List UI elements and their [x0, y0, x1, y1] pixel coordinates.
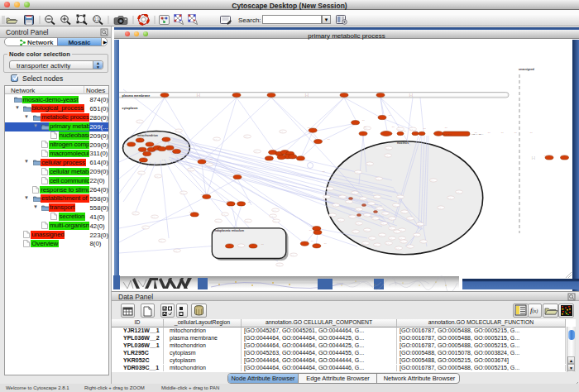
svg-text:[..]: [..] — [392, 126, 395, 127]
svg-text:cytoplasm: cytoplasm — [122, 107, 138, 110]
svg-text:mitochondrion: mitochondrion — [137, 134, 158, 137]
svg-text:[...]: [...] — [409, 93, 413, 97]
svg-text:[...]: [...] — [143, 227, 146, 228]
svg-text:[...]: [...] — [401, 241, 404, 242]
svg-text:[..]: [..] — [189, 211, 192, 213]
svg-text:[..]: [..] — [544, 155, 547, 156]
svg-text:[..]: [..] — [324, 242, 327, 244]
svg-text:[...]: [...] — [139, 172, 141, 174]
svg-text:[...]: [...] — [223, 213, 225, 215]
svg-text:[...]: [...] — [197, 93, 200, 97]
svg-text:[...]: [...] — [377, 208, 380, 209]
svg-text:[...]: [...] — [410, 128, 413, 130]
svg-text:[...]: [...] — [245, 136, 247, 137]
svg-text:[..]: [..] — [488, 131, 490, 133]
svg-text:[...]: [...] — [356, 208, 359, 210]
svg-text:[...]: [...] — [181, 192, 184, 194]
svg-text:[...]: [...] — [396, 247, 399, 249]
svg-text:[..]: [..] — [328, 138, 330, 140]
svg-text:[...]: [...] — [390, 227, 392, 229]
svg-text:[..]: [..] — [311, 225, 313, 227]
svg-text:[...]: [...] — [370, 237, 372, 239]
svg-text:[...]: [...] — [414, 234, 417, 236]
svg-text:[...]: [...] — [418, 223, 420, 225]
svg-text:[...]: [...] — [448, 197, 451, 198]
svg-text:[...]: [...] — [400, 237, 402, 239]
svg-text:[...]: [...] — [421, 241, 423, 242]
svg-text:[...]: [...] — [438, 207, 441, 208]
svg-text:[...]: [...] — [330, 214, 333, 216]
svg-text:[...]: [...] — [369, 203, 371, 204]
svg-text:[...]: [...] — [274, 220, 276, 222]
svg-text:[...]: [...] — [375, 196, 377, 198]
svg-text:[...]: [...] — [394, 204, 396, 206]
svg-text:[...]: [...] — [400, 229, 402, 231]
svg-text:[...]: [...] — [395, 231, 397, 232]
svg-text:[...]: [...] — [277, 264, 280, 265]
svg-text:[...]: [...] — [386, 147, 389, 149]
svg-text:[...]: [...] — [160, 240, 162, 241]
svg-text:[...]: [...] — [373, 218, 376, 219]
svg-text:[...]: [...] — [137, 121, 140, 122]
svg-text:[...]: [...] — [363, 242, 366, 244]
svg-text:unassigned: unassigned — [519, 68, 534, 71]
svg-text:[...]: [...] — [328, 188, 330, 189]
svg-text:[...]: [...] — [390, 237, 392, 239]
svg-text:[..]: [..] — [530, 131, 533, 133]
svg-text:[...GO...][...GO...]: [...GO...][...GO...] — [471, 133, 484, 135]
svg-text:[...]: [...] — [176, 130, 179, 131]
svg-text:[..]: [..] — [364, 126, 366, 127]
svg-text:[..]: [..] — [323, 198, 326, 200]
svg-text:[...]: [...] — [376, 178, 379, 179]
svg-text:[..]: [..] — [514, 131, 517, 133]
svg-text:[...]: [...] — [239, 245, 242, 246]
svg-text:[..]: [..] — [501, 131, 504, 133]
svg-text:[...]: [...] — [324, 196, 327, 198]
svg-text:[...]: [...] — [338, 219, 341, 221]
svg-text:[...]: [...] — [353, 231, 356, 232]
svg-text:[...]: [...] — [356, 171, 358, 173]
svg-text:[...]: [...] — [246, 220, 248, 222]
svg-text:[...]: [...] — [175, 250, 177, 251]
svg-text:1:1: 1:1 — [94, 17, 100, 22]
svg-text:[...]: [...] — [207, 164, 209, 165]
svg-text:[...]: [...] — [375, 244, 377, 246]
svg-text:[..]: [..] — [323, 170, 325, 172]
svg-text:[..]: [..] — [227, 200, 229, 202]
svg-text:[...]: [...] — [270, 215, 273, 217]
svg-text:[...]: [...] — [385, 155, 388, 156]
svg-text:[..]: [..] — [389, 114, 391, 116]
svg-text:[..]: [..] — [362, 119, 365, 121]
svg-text:[...]: [...] — [350, 216, 352, 218]
svg-text:[...]: [...] — [386, 242, 389, 244]
svg-text:[...]: [...] — [189, 169, 191, 170]
svg-text:[...]: [...] — [361, 198, 363, 199]
svg-text:[...]: [...] — [398, 128, 400, 130]
svg-text:[...]: [...] — [291, 254, 294, 256]
svg-text:[...]: [...] — [305, 93, 309, 97]
svg-text:[...]: [...] — [380, 234, 382, 236]
svg-text:[..]: [..] — [261, 243, 264, 245]
svg-text:[...]: [...] — [162, 159, 165, 161]
svg-text:[..]: [..] — [201, 194, 203, 195]
svg-text:[...]: [...] — [156, 175, 158, 177]
svg-text:[...]: [...] — [273, 209, 275, 211]
svg-text:[...]: [...] — [133, 213, 136, 214]
svg-text:[...]: [...] — [216, 220, 218, 222]
svg-text:[...]: [...] — [255, 151, 257, 152]
svg-text:[...]: [...] — [333, 204, 336, 206]
svg-text:[..]: [..] — [248, 201, 251, 203]
svg-text:[..]: [..] — [308, 127, 310, 128]
svg-text:[...]: [...] — [408, 246, 410, 247]
svg-text:[..]: [..] — [423, 127, 426, 129]
svg-text:[...]: [...] — [365, 214, 367, 216]
svg-text:[...]: [...] — [390, 218, 392, 219]
svg-text:[...]: [...] — [383, 213, 385, 214]
svg-text:[...]: [...] — [356, 222, 359, 224]
svg-text:nucleus: nucleus — [397, 141, 409, 145]
svg-text:[..]: [..] — [309, 229, 312, 231]
svg-text:[...]: [...] — [367, 163, 370, 165]
svg-text:[...]: [...] — [152, 216, 155, 218]
svg-text:[...]: [...] — [532, 156, 535, 160]
svg-text:[...]: [...] — [398, 196, 400, 198]
